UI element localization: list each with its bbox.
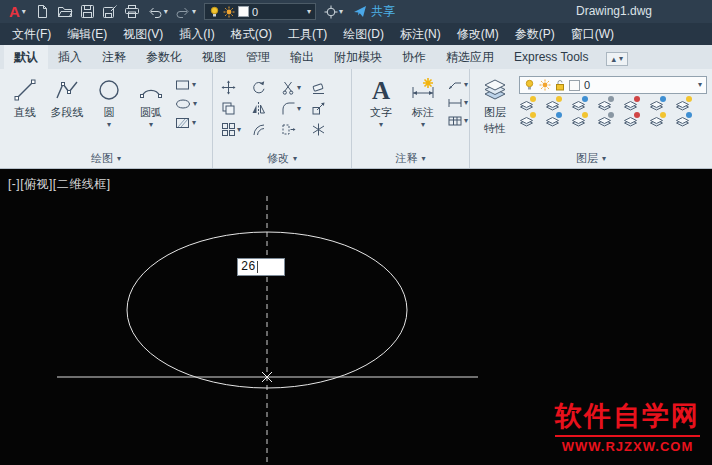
tab-insert[interactable]: 插入 [48,45,92,69]
undo-button[interactable]: ▾ [144,3,171,21]
ellipse-icon [175,98,191,110]
rectangle-tool-button[interactable]: ▾ [175,79,197,91]
polyline-tool-button[interactable]: 多段线 [46,69,88,120]
save-button[interactable] [77,2,98,21]
tab-home[interactable]: 默认 [4,45,48,69]
menu-format[interactable]: 格式(O) [223,23,280,45]
text-tool-button[interactable]: A 文字 ▾ [360,69,402,129]
chevron-down-icon: ▾ [619,55,623,63]
tab-view[interactable]: 视图 [192,45,236,69]
menu-file[interactable]: 文件(F) [4,23,59,45]
menu-modify[interactable]: 修改(M) [449,23,507,45]
ellipse-tool-button[interactable]: ▾ [175,98,197,110]
layer-merge-button[interactable] [649,114,664,126]
menu-parametric[interactable]: 参数(P) [507,23,563,45]
ribbon-collapse-button[interactable]: ▴ ▾ [606,52,628,66]
dimension-tool-button[interactable]: 标注 ▾ [402,69,444,129]
menu-insert[interactable]: 插入(I) [171,23,222,45]
menu-tools[interactable]: 工具(T) [280,23,335,45]
erase-tool-button[interactable] [311,80,341,95]
dynamic-input-field[interactable]: 26 [237,258,285,276]
tab-output[interactable]: 输出 [280,45,324,69]
menu-dimension[interactable]: 标注(N) [392,23,449,45]
layer-dropdown-value: 0 [584,79,590,91]
layer-walk-button[interactable] [675,98,690,110]
save-as-button[interactable] [99,2,120,21]
leader-tool-button[interactable]: ▾ [448,80,468,90]
hatch-tool-button[interactable]: ▾ [175,117,197,129]
layer-freeze-button[interactable] [571,98,586,110]
redo-button[interactable]: ▾ [172,3,199,21]
plot-button[interactable] [121,2,143,21]
dynamic-input-value: 26 [241,260,255,274]
open-file-button[interactable] [54,2,76,21]
layer-unlock-button[interactable] [597,114,612,126]
chevron-down-icon: ▾ [193,100,197,108]
drawing-canvas[interactable]: [-][俯视][二维线框] 26 软件自学网 WWW.RJZXW.COM [0,169,712,465]
tab-express-tools[interactable]: Express Tools [504,45,598,69]
layer-off-button[interactable] [519,98,534,110]
ribbon: 直线 多段线 圆 ▾ 圆弧 ▾ ▾ ▾ [0,69,712,169]
explode-tool-button[interactable] [311,122,341,137]
panel-layers: 图层 特性 0 ▾ [470,69,712,168]
panel-title-draw[interactable]: 绘图 ▾ [0,149,212,168]
line-tool-button[interactable]: 直线 [4,69,46,120]
trim-tool-button[interactable]: ▾ [281,80,311,95]
layer-delete-button[interactable] [675,114,690,126]
panel-title-annotate[interactable]: 注释 ▾ [352,149,469,168]
panel-draw: 直线 多段线 圆 ▾ 圆弧 ▾ ▾ ▾ [0,69,213,168]
panel-title-modify[interactable]: 修改 ▾ [213,149,351,168]
layer-thaw-button[interactable] [545,114,560,126]
scale-tool-button[interactable] [311,101,341,116]
layer-unisolate-button[interactable] [519,114,534,126]
fillet-tool-button[interactable]: ▾ [281,101,311,116]
chevron-down-icon: ▾ [192,8,196,16]
chevron-down-icon: ▾ [192,119,196,127]
layer-stack-icon [481,77,509,103]
menu-edit[interactable]: 编辑(E) [59,23,115,45]
rotate-tool-button[interactable] [251,80,281,95]
chevron-down-icon: ▾ [339,8,343,16]
dimension-style-button[interactable]: ▾ [448,98,468,108]
arc-tool-button[interactable]: 圆弧 ▾ [130,69,172,129]
layer-tools-row-1 [519,98,707,110]
table-tool-button[interactable]: ▾ [448,116,468,126]
tab-addins[interactable]: 附加模块 [324,45,392,69]
object-snap-button[interactable]: ▾ [321,3,346,21]
layer-dropdown[interactable]: 0 ▾ [519,76,707,94]
tab-featured-apps[interactable]: 精选应用 [436,45,504,69]
chevron-down-icon: ▾ [464,99,468,107]
panel-title-layers[interactable]: 图层 ▾ [470,149,712,168]
mirror-tool-button[interactable] [251,101,281,116]
tab-collaborate[interactable]: 协作 [392,45,436,69]
polyline-icon [54,77,80,103]
layer-match-button[interactable] [623,98,638,110]
copy-tool-button[interactable] [221,101,251,116]
stretch-tool-button[interactable] [281,122,311,137]
move-tool-button[interactable] [221,80,251,95]
layer-current-button[interactable] [623,114,638,126]
layer-prev-button[interactable] [649,98,664,110]
new-file-button[interactable] [32,2,53,21]
move-icon [221,80,236,95]
tab-annotate[interactable]: 注释 [92,45,136,69]
ellipse-entity [127,232,407,388]
viewport-controls[interactable]: [-][俯视][二维线框] [8,176,111,193]
rectangle-icon [175,79,190,91]
layer-lock-button[interactable] [597,98,612,110]
tab-parametric[interactable]: 参数化 [136,45,192,69]
layer-on-button[interactable] [571,114,586,126]
layer-properties-button[interactable]: 图层 特性 [474,69,516,136]
offset-tool-button[interactable] [251,122,281,137]
array-tool-button[interactable]: ▾ [221,122,251,137]
tab-manage[interactable]: 管理 [236,45,280,69]
qat-layer-dropdown[interactable]: 0 ▾ [204,3,316,20]
menu-view[interactable]: 视图(V) [115,23,171,45]
app-menu-button[interactable]: A ▾ [4,4,31,19]
circle-tool-button[interactable]: 圆 ▾ [88,69,130,129]
menu-draw[interactable]: 绘图(D) [335,23,392,45]
sun-icon [539,79,551,91]
menu-window[interactable]: 窗口(W) [563,23,622,45]
share-button[interactable]: 共享 [347,3,401,20]
layer-isolate-button[interactable] [545,98,560,110]
